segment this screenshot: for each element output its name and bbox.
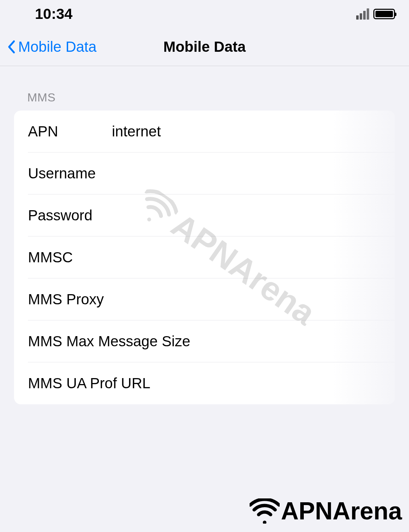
mms-proxy-label: MMS Proxy	[28, 291, 104, 308]
username-label: Username	[28, 165, 112, 182]
status-bar: 10:34	[0, 0, 409, 28]
mms-ua-prof-input[interactable]	[150, 375, 381, 392]
password-row[interactable]: Password	[14, 194, 395, 236]
mms-max-size-input[interactable]	[190, 333, 381, 350]
battery-icon	[373, 9, 395, 19]
section-header-mms: MMS	[0, 66, 409, 111]
mmsc-input[interactable]	[112, 249, 381, 266]
status-time: 10:34	[35, 6, 72, 22]
apn-input[interactable]	[112, 123, 381, 140]
apn-row[interactable]: APN	[14, 111, 395, 152]
settings-list: APN Username Password MMSC MMS Proxy MMS…	[14, 111, 395, 404]
password-input[interactable]	[112, 207, 381, 224]
password-label: Password	[28, 207, 112, 224]
mms-max-size-row[interactable]: MMS Max Message Size	[14, 320, 395, 362]
mmsc-row[interactable]: MMSC	[14, 236, 395, 278]
apn-label: APN	[28, 123, 112, 140]
status-indicators	[356, 8, 395, 20]
cellular-signal-icon	[356, 8, 369, 20]
mms-max-size-label: MMS Max Message Size	[28, 333, 190, 350]
back-label: Mobile Data	[18, 38, 96, 55]
navigation-bar: Mobile Data Mobile Data	[0, 28, 409, 66]
mms-ua-prof-label: MMS UA Prof URL	[28, 375, 150, 392]
back-button[interactable]: Mobile Data	[7, 38, 96, 55]
brand-logo-text: APNArena	[281, 497, 402, 525]
username-row[interactable]: Username	[14, 152, 395, 194]
username-input[interactable]	[112, 165, 381, 182]
mmsc-label: MMSC	[28, 249, 112, 266]
mms-proxy-row[interactable]: MMS Proxy	[14, 278, 395, 320]
chevron-left-icon	[7, 40, 15, 54]
mms-proxy-input[interactable]	[104, 291, 381, 308]
wifi-icon	[250, 498, 280, 524]
mms-ua-prof-row[interactable]: MMS UA Prof URL	[14, 362, 395, 404]
brand-logo: APNArena	[250, 497, 402, 525]
